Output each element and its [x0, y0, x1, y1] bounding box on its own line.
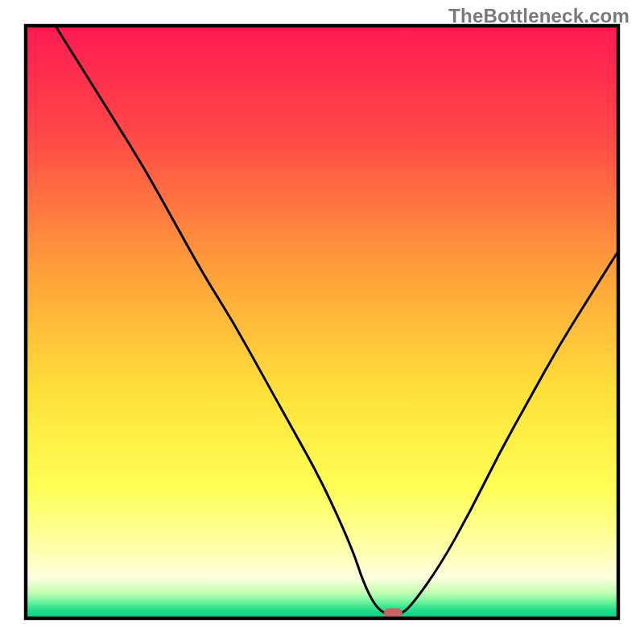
gradient-background: [26, 26, 618, 618]
bottleneck-chart: [0, 0, 644, 644]
chart-frame: TheBottleneck.com: [0, 0, 644, 644]
watermark-text: TheBottleneck.com: [448, 5, 630, 27]
